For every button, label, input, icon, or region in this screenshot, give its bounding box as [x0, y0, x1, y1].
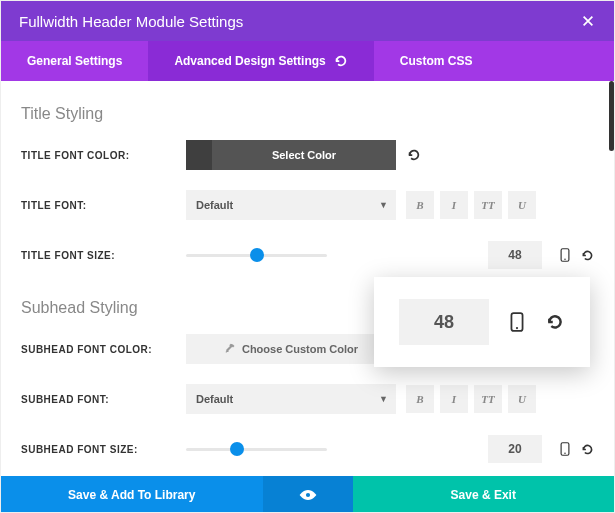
- modal-footer: Save & Add To Library Save & Exit: [1, 476, 614, 513]
- subhead-font-select[interactable]: Default ▼: [186, 384, 396, 414]
- bold-button[interactable]: B: [406, 191, 434, 219]
- label-subhead-font-size: SUBHEAD FONT SIZE:: [21, 444, 186, 455]
- underline-button[interactable]: U: [508, 385, 536, 413]
- color-swatch: [186, 140, 212, 170]
- mobile-icon[interactable]: [558, 442, 572, 456]
- row-subhead-font-size: SUBHEAD FONT SIZE:: [21, 431, 594, 467]
- mobile-icon[interactable]: [558, 248, 572, 262]
- save-and-exit-button[interactable]: Save & Exit: [353, 476, 615, 513]
- label-title-font-color: TITLE FONT COLOR:: [21, 150, 186, 161]
- row-title-font: TITLE FONT: Default ▼ B I TT U: [21, 187, 594, 223]
- close-icon[interactable]: [576, 9, 600, 33]
- subhead-font-style-buttons: B I TT U: [406, 385, 536, 413]
- tab-custom-css[interactable]: Custom CSS: [374, 41, 499, 81]
- select-color-button[interactable]: Select Color: [186, 140, 396, 170]
- underline-button[interactable]: U: [508, 191, 536, 219]
- tab-general[interactable]: General Settings: [1, 41, 148, 81]
- tab-advanced-design[interactable]: Advanced Design Settings: [148, 41, 373, 81]
- uppercase-button[interactable]: TT: [474, 385, 502, 413]
- eyedropper-icon: [224, 343, 236, 355]
- reset-icon[interactable]: [580, 442, 594, 456]
- label-title-font-size: TITLE FONT SIZE:: [21, 250, 186, 261]
- section-title-styling: Title Styling: [21, 105, 594, 123]
- row-title-font-size: TITLE FONT SIZE:: [21, 237, 594, 273]
- mobile-icon[interactable]: [507, 312, 527, 332]
- uppercase-button[interactable]: TT: [474, 191, 502, 219]
- title-font-style-buttons: B I TT U: [406, 191, 536, 219]
- preview-toggle-button[interactable]: [263, 476, 353, 513]
- svg-point-1: [564, 259, 566, 261]
- label-subhead-font: SUBHEAD FONT:: [21, 394, 186, 405]
- undo-icon: [334, 54, 348, 68]
- caret-down-icon: ▼: [379, 394, 388, 404]
- title-font-select[interactable]: Default ▼: [186, 190, 396, 220]
- caret-down-icon: ▼: [379, 200, 388, 210]
- save-add-to-library-button[interactable]: Save & Add To Library: [1, 476, 263, 513]
- title-font-size-slider[interactable]: [186, 247, 327, 263]
- reset-icon[interactable]: [580, 248, 594, 262]
- choose-custom-color-button[interactable]: Choose Custom Color: [186, 334, 396, 364]
- title-font-size-input[interactable]: [488, 241, 542, 269]
- popover-size-input[interactable]: [399, 299, 489, 345]
- responsive-size-popover: [374, 277, 590, 367]
- label-title-font: TITLE FONT:: [21, 200, 186, 211]
- row-title-font-color: TITLE FONT COLOR: Select Color: [21, 137, 594, 173]
- svg-point-6: [305, 493, 309, 497]
- reset-icon[interactable]: [545, 312, 565, 332]
- label-subhead-font-color: SUBHEAD FONT COLOR:: [21, 344, 186, 355]
- svg-point-3: [564, 453, 566, 455]
- italic-button[interactable]: I: [440, 385, 468, 413]
- settings-tabs: General Settings Advanced Design Setting…: [1, 41, 614, 81]
- reset-icon[interactable]: [406, 147, 422, 163]
- subhead-font-size-input[interactable]: [488, 435, 542, 463]
- modal-header: Fullwidth Header Module Settings: [1, 1, 614, 41]
- bold-button[interactable]: B: [406, 385, 434, 413]
- slider-thumb[interactable]: [250, 248, 264, 262]
- svg-point-5: [516, 327, 518, 329]
- slider-thumb[interactable]: [230, 442, 244, 456]
- row-subhead-font: SUBHEAD FONT: Default ▼ B I TT U: [21, 381, 594, 417]
- eye-icon: [298, 489, 318, 501]
- subhead-font-size-slider[interactable]: [186, 441, 327, 457]
- modal-title: Fullwidth Header Module Settings: [19, 13, 243, 30]
- italic-button[interactable]: I: [440, 191, 468, 219]
- module-settings-modal: Fullwidth Header Module Settings General…: [0, 0, 615, 513]
